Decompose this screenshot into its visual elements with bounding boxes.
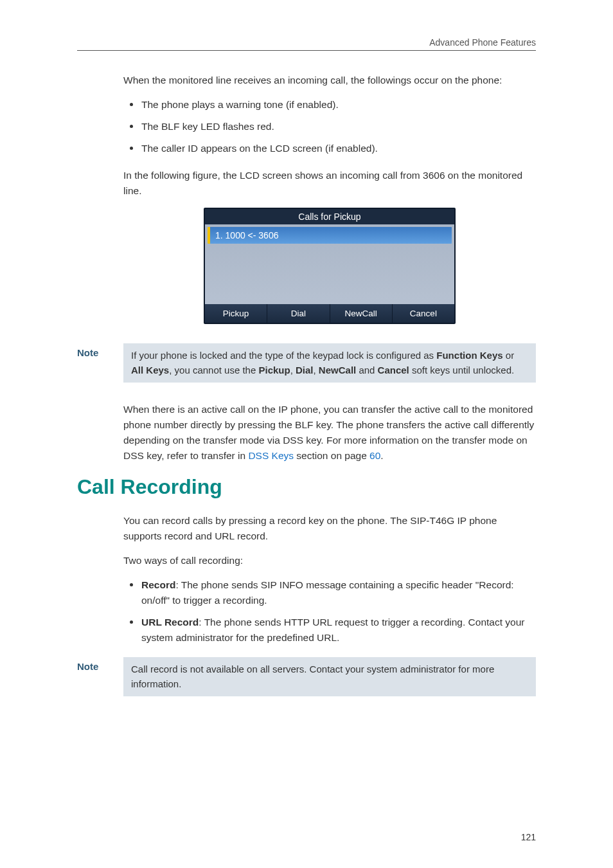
note1-b6: Cancel [378,365,409,375]
note1-b4: Dial [296,365,314,375]
recording-bullet-1-bold: Record [141,579,175,590]
lcd-empty-area [208,245,452,302]
note1-mid1: or [503,350,515,361]
softkey-pickup[interactable]: Pickup [205,304,267,323]
intro-lead: When the monitored line receives an inco… [123,73,536,88]
recording-bullet-2-bold: URL Record [141,617,199,628]
intro-bullet-2: The BLF key LED flashes red. [123,119,536,134]
note1-tail: soft keys until unlocked. [409,365,514,375]
call-recording-heading: Call Recording [77,475,536,499]
note-1-body: If your phone is locked and the type of … [123,343,536,383]
lcd-body: 1. 1000 <- 3606 [205,224,454,304]
note1-mid2: , you cannot use the [169,365,258,375]
page-60-link[interactable]: 60 [369,450,380,461]
lcd-softkey-row: Pickup Dial NewCall Cancel [205,304,454,323]
lcd-list-item: 1. 1000 <- 3606 [208,227,452,244]
lcd-title: Calls for Pickup [205,209,454,224]
page: Advanced Phone Features When the monitor… [0,0,613,868]
note-1-label: Note [77,343,123,358]
note-2: Note Call record is not available on all… [77,657,536,696]
recording-bullet-2-text: : The phone sends HTTP URL request to tr… [141,617,524,643]
note1-b1: Function Keys [436,350,502,361]
transfer-mid: section on page [294,450,369,461]
note1-pre: If your phone is locked and the type of … [131,350,436,361]
softkey-newcall[interactable]: NewCall [330,304,393,323]
content-block-2: When there is an active call on the IP p… [123,402,536,464]
note-2-body: Call record is not available on all serv… [123,657,536,696]
intro-bullet-3: The caller ID appears on the LCD screen … [123,141,536,156]
recording-bullets: Record: The phone sends SIP INFO message… [123,577,536,646]
lcd-figure: Calls for Pickup 1. 1000 <- 3606 Pickup … [123,208,536,324]
content-block-3: You can record calls by pressing a recor… [123,513,536,646]
recording-bullet-2: URL Record: The phone sends HTTP URL req… [123,615,536,646]
page-header: Advanced Phone Features [77,37,536,51]
recording-p2: Two ways of call recording: [123,553,536,568]
lcd-screen: Calls for Pickup 1. 1000 <- 3606 Pickup … [204,208,456,324]
note1-b3: Pickup [258,365,290,375]
content-block-1: When the monitored line receives an inco… [123,73,536,324]
recording-p1: You can record calls by pressing a recor… [123,513,536,544]
intro-bullet-1: The phone plays a warning tone (if enabl… [123,97,536,113]
recording-bullet-1-text: : The phone sends SIP INFO message conta… [141,579,514,606]
note1-sep2: , [314,365,319,375]
dss-keys-link[interactable]: DSS Keys [248,450,294,461]
note1-b2: All Keys [131,365,169,375]
transfer-paragraph: When there is an active call on the IP p… [123,402,536,464]
page-header-title: Advanced Phone Features [77,37,536,48]
transfer-post: . [380,450,383,461]
note1-mid3: and [356,365,377,375]
page-number: 121 [521,832,536,842]
recording-bullet-1: Record: The phone sends SIP INFO message… [123,577,536,608]
note-2-label: Note [77,657,123,672]
softkey-cancel[interactable]: Cancel [393,304,454,323]
note-1: Note If your phone is locked and the typ… [77,343,536,383]
intro-bullets: The phone plays a warning tone (if enabl… [123,97,536,156]
note1-sep1: , [290,365,296,375]
note1-b5: NewCall [319,365,356,375]
figure-lead: In the following figure, the LCD screen … [123,168,536,199]
softkey-dial[interactable]: Dial [267,304,330,323]
